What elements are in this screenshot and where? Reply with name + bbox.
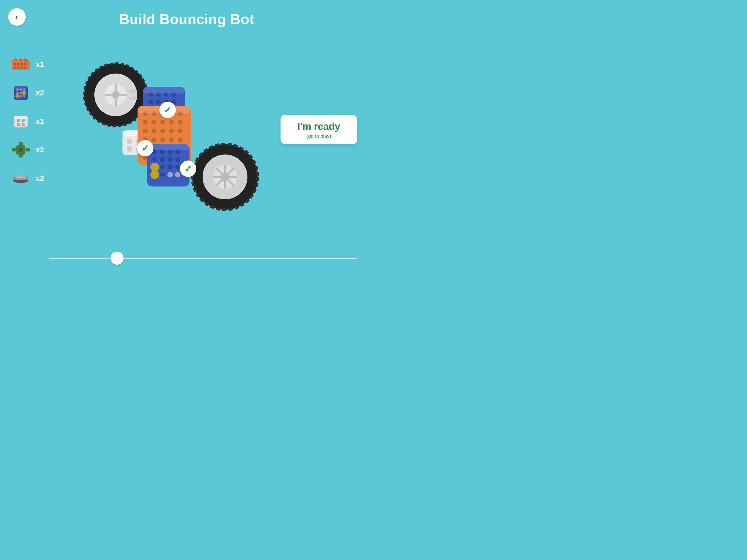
svg-point-66 <box>127 146 132 152</box>
svg-rect-51 <box>129 90 137 93</box>
ready-button-title: I'm ready <box>289 121 349 132</box>
robot-assembly: ✓ ✓ ✓ <box>49 33 291 239</box>
part-item: x2 <box>11 83 44 103</box>
svg-rect-87 <box>143 87 185 94</box>
ready-button-subtitle: (go to play) <box>289 133 349 139</box>
svg-point-24 <box>15 94 20 98</box>
svg-point-94 <box>143 120 148 125</box>
svg-point-21 <box>19 95 22 98</box>
svg-point-4 <box>14 63 17 65</box>
part-item: x2 <box>11 140 44 160</box>
svg-rect-34 <box>19 142 23 146</box>
svg-point-50 <box>112 91 120 99</box>
svg-point-28 <box>22 119 25 122</box>
svg-point-126 <box>160 157 165 162</box>
svg-point-97 <box>169 120 174 125</box>
svg-point-74 <box>156 100 161 104</box>
svg-point-8 <box>14 67 17 69</box>
svg-point-102 <box>169 128 174 133</box>
svg-point-5 <box>18 63 20 65</box>
svg-point-7 <box>24 63 26 65</box>
svg-point-134 <box>160 172 165 177</box>
slider-track <box>49 258 357 259</box>
part-count-brick: x1 <box>35 60 44 69</box>
svg-point-95 <box>152 120 156 125</box>
svg-point-29 <box>17 123 20 126</box>
part-count-connector: x1 <box>35 117 44 126</box>
svg-point-18 <box>19 92 22 94</box>
svg-point-108 <box>178 137 183 142</box>
blue-cube-icon <box>11 83 31 103</box>
svg-rect-37 <box>25 148 30 152</box>
svg-rect-25 <box>14 86 28 89</box>
svg-point-127 <box>168 157 173 162</box>
svg-point-132 <box>175 164 180 170</box>
slider-thumb[interactable] <box>110 252 124 265</box>
svg-point-33 <box>19 148 23 152</box>
svg-point-22 <box>23 95 25 98</box>
part-item: x1 <box>11 55 44 74</box>
svg-point-98 <box>178 120 183 125</box>
svg-point-105 <box>152 137 156 142</box>
svg-point-64 <box>127 138 132 144</box>
svg-point-103 <box>178 128 183 133</box>
svg-point-138 <box>150 170 159 179</box>
svg-rect-31 <box>14 116 28 119</box>
svg-point-30 <box>22 123 25 126</box>
part-item: x2 <box>11 169 44 188</box>
svg-rect-12 <box>13 61 24 62</box>
ready-button[interactable]: I'm ready (go to play) <box>281 115 357 144</box>
svg-point-128 <box>175 157 180 162</box>
svg-point-101 <box>160 128 165 133</box>
svg-rect-141 <box>147 144 189 150</box>
part-count-cube: x2 <box>35 88 44 97</box>
green-piece-icon <box>11 140 31 160</box>
svg-point-6 <box>21 63 23 65</box>
svg-point-125 <box>152 157 157 162</box>
svg-point-3 <box>24 58 27 61</box>
svg-point-130 <box>160 164 165 170</box>
svg-text:✓: ✓ <box>164 105 172 115</box>
svg-rect-35 <box>19 154 23 157</box>
svg-rect-36 <box>12 148 16 152</box>
svg-point-11 <box>24 67 26 69</box>
svg-text:✓: ✓ <box>141 143 149 153</box>
svg-point-96 <box>160 120 165 125</box>
gray-disc-icon <box>11 169 31 188</box>
parts-list: x1 x2 <box>11 55 44 188</box>
svg-rect-52 <box>129 97 137 100</box>
svg-point-106 <box>160 137 165 142</box>
svg-point-131 <box>168 164 173 170</box>
robot-svg: ✓ ✓ ✓ <box>75 51 266 221</box>
part-count-green: x2 <box>35 146 44 154</box>
svg-point-9 <box>18 67 20 69</box>
progress-slider[interactable] <box>49 253 357 263</box>
svg-point-17 <box>16 92 19 94</box>
page-title: Build Bouncing Bot <box>0 11 374 27</box>
part-item: x1 <box>11 111 44 131</box>
part-count-disc: x2 <box>35 174 44 183</box>
svg-point-137 <box>150 163 159 172</box>
svg-point-99 <box>143 128 148 133</box>
svg-point-10 <box>21 67 23 69</box>
svg-point-27 <box>17 119 20 122</box>
svg-point-100 <box>152 128 156 133</box>
svg-point-107 <box>169 137 174 142</box>
svg-point-73 <box>148 100 153 104</box>
svg-text:✓: ✓ <box>184 163 192 174</box>
svg-point-23 <box>22 91 26 95</box>
svg-point-139 <box>175 172 180 177</box>
white-connector-icon <box>11 111 31 131</box>
orange-brick-icon <box>11 55 31 74</box>
svg-point-140 <box>168 172 173 177</box>
